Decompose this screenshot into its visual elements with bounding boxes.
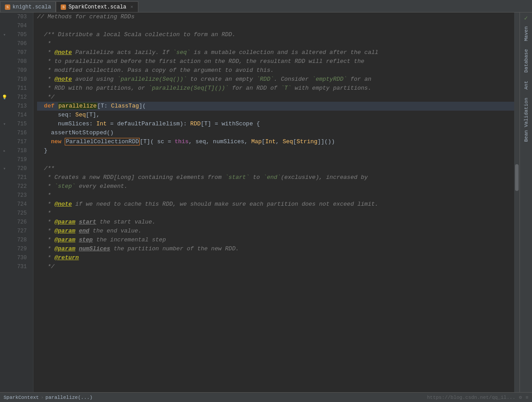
gutter: ▾ 💡 ▾ ▸ ▾ [0,12,9,392]
gutter-709 [0,66,9,75]
code-line-721: * Creates a new RDD[Long] containing ele… [37,173,514,182]
ln-722: 722 [9,182,29,191]
code-line-707: * @note Parallelize acts lazily. If `seq… [37,48,514,57]
code-line-726: * @param start the start value. [37,218,514,227]
gutter-711 [0,84,9,93]
code-line-719 [37,155,514,164]
ln-720: 720 [9,164,29,173]
editor-area: ▾ 💡 ▾ ▸ ▾ [0,12,532,392]
gutter-724 [0,200,9,209]
ln-707: 707 [9,48,29,57]
ln-724: 724 [9,200,29,209]
ln-719: 719 [9,155,29,164]
breadcrumb: SparkContext › parallelize(...) [4,395,92,400]
code-line-722: * `step` every element. [37,182,514,191]
gutter-706 [0,39,9,48]
code-line-724: * @note if we need to cache this RDD, we… [37,200,514,209]
code-line-713: def parallelize[T: ClassTag]( [37,102,514,111]
ln-709: 709 [9,66,29,75]
ln-723: 723 [9,191,29,200]
code-line-720: /** [37,164,514,173]
gutter-728 [0,236,9,245]
breadcrumb-separator: › [41,395,44,400]
tab-knight[interactable]: S knight.scala [0,1,56,12]
code-line-730: * @return [37,253,514,262]
gutter-719 [0,155,9,164]
bulb-icon[interactable]: 💡 [2,95,7,100]
sidebar-tab-maven[interactable]: Maven [523,23,530,45]
gutter-718[interactable]: ▸ [0,146,9,155]
more-icon[interactable]: ≡ [525,395,528,400]
code-line-712: */ [37,93,514,102]
gutter-720[interactable]: ▾ [0,164,9,173]
tab-bar: S knight.scala S SparkContext.scala × [0,0,532,12]
settings-icon[interactable]: ⚙ [519,394,522,400]
ln-718: 718 [9,146,29,155]
gutter-722 [0,182,9,191]
tab-sparkcontext[interactable]: S SparkContext.scala × [56,1,138,12]
gutter-717 [0,137,9,146]
ln-729: 729 [9,245,29,253]
sidebar-tab-database[interactable]: Database [523,46,530,76]
code-line-714: seq: Seq[T], [37,111,514,120]
close-icon[interactable]: × [130,4,133,10]
bottom-bar: SparkContext › parallelize(...) https://… [0,392,532,402]
gutter-716 [0,128,9,137]
gutter-703 [0,12,9,21]
ln-721: 721 [9,173,29,182]
tab-knight-label: knight.scala [12,4,51,10]
ln-716: 716 [9,128,29,137]
code-line-725: * [37,209,514,218]
code-line-723: * [37,191,514,200]
main-container: S knight.scala S SparkContext.scala × ▾ … [0,0,532,402]
code-line-705: /** Distribute a local Scala collection … [37,30,514,39]
gutter-714 [0,111,9,120]
code-line-706: * [37,39,514,48]
gutter-705[interactable]: ▾ [0,30,9,39]
ln-708: 708 [9,57,29,66]
ln-712: 712 [9,93,29,102]
scrollbar[interactable] [514,12,520,392]
gutter-729 [0,245,9,253]
ln-713: 713 [9,102,29,111]
gutter-704 [0,21,9,30]
code-line-708: * to parallelize and before the first ac… [37,57,514,66]
right-sidebar: ✓ Maven Database Ant Bean Validation [520,12,532,392]
ln-710: 710 [9,75,29,84]
ln-725: 725 [9,209,29,218]
checkmark-icon: ✓ [524,14,528,22]
status-right: https://blog.csdn.net/qq_il... ⚙ ≡ [427,394,528,400]
status-url: https://blog.csdn.net/qq_il... [427,395,515,400]
gutter-723 [0,191,9,200]
scala-icon-active: S [61,4,66,10]
ln-726: 726 [9,218,29,227]
code-line-711: * RDD with no partitions, or `paralleliz… [37,84,514,93]
gutter-712: 💡 [0,93,9,102]
gutter-710 [0,75,9,84]
sidebar-tab-beanvalidation[interactable]: Bean Validation [523,94,530,145]
gutter-725 [0,209,9,218]
code-line-717: new ParallelCollectionRDD[T]( sc = this,… [37,137,514,146]
ln-730: 730 [9,253,29,262]
gutter-715[interactable]: ▾ [0,120,9,128]
code-line-709: * modified collection. Pass a copy of th… [37,66,514,75]
ln-717: 717 [9,137,29,146]
ln-703: 703 [9,12,29,21]
gutter-708 [0,57,9,66]
code-line-716: assertNotStopped() [37,128,514,137]
line-numbers: 703 704 705 706 707 708 709 710 711 712 … [9,12,33,392]
ln-704: 704 [9,21,29,30]
gutter-713 [0,102,9,111]
code-line-703: // Methods for creating RDDs [37,12,514,21]
ln-714: 714 [9,111,29,120]
code-content[interactable]: // Methods for creating RDDs /** Distrib… [33,12,514,392]
code-line-715: numSlices: Int = defaultParallelism): RD… [37,120,514,128]
breadcrumb-method: parallelize(...) [46,395,93,400]
code-line-704 [37,21,514,30]
sidebar-tab-ant[interactable]: Ant [523,77,530,93]
ln-731: 731 [9,262,29,271]
scrollbar-thumb[interactable] [515,164,519,191]
code-line-728: * @param step the incremental step [37,236,514,245]
ln-727: 727 [9,227,29,236]
ln-715: 715 [9,120,29,128]
